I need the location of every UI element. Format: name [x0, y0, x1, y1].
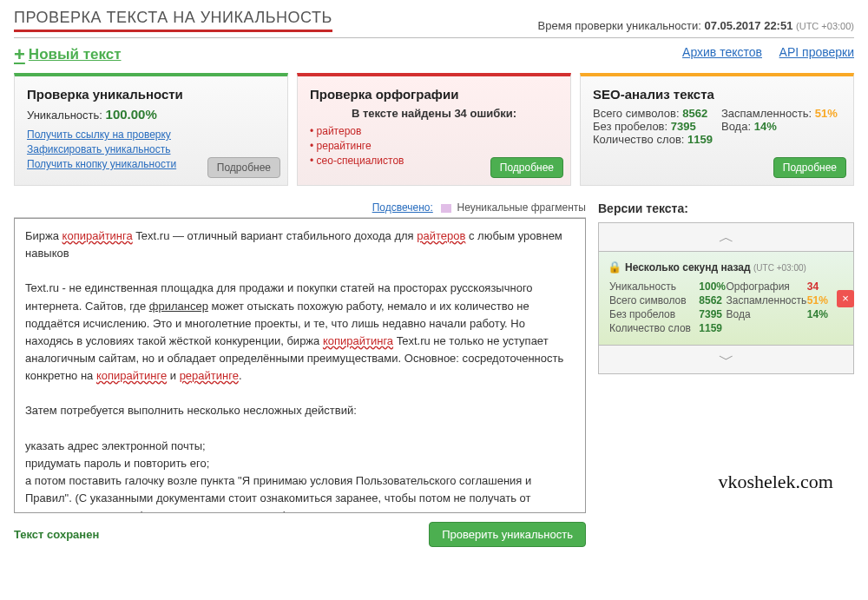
version-time: Несколько секунд назад (UTC +03:00) [625, 261, 806, 274]
panel-spellcheck-title: Проверка орфографии [310, 87, 558, 102]
version-stats: Уникальность 100% Орфография 34 Всего си… [609, 280, 843, 334]
error-item: • рерайтинге [310, 140, 558, 152]
panel-uniqueness: Проверка уникальности Уникальность: 100.… [14, 73, 288, 186]
summary-panels: Проверка уникальности Уникальность: 100.… [14, 73, 854, 186]
versions-down-button[interactable]: ﹀ [599, 346, 853, 373]
highlight-link[interactable]: Подсвечено: [372, 201, 433, 214]
spellcheck-summary: В тексте найдены 34 ошибки: [310, 107, 558, 120]
version-item[interactable]: 🔒 Несколько секунд назад (UTC +03:00) × … [599, 251, 853, 346]
check-uniqueness-button[interactable]: Проверить уникальность [429, 522, 586, 547]
lock-icon: 🔒 [608, 260, 621, 274]
versions-up-button[interactable]: ︿ [599, 223, 853, 251]
uniqueness-details-button[interactable]: Подробнее [207, 157, 280, 178]
fix-uniqueness-button[interactable]: Зафиксировать уникальность [27, 143, 275, 155]
header-bar: ПРОВЕРКА ТЕКСТА НА УНИКАЛЬНОСТЬ Время пр… [14, 9, 854, 38]
versions-title: Версии текста: [598, 201, 854, 215]
panel-seo-title: SEO-анализ текста [593, 87, 841, 102]
spellcheck-details-button[interactable]: Подробнее [490, 157, 563, 178]
panel-spellcheck: Проверка орфографии В тексте найдены 34 … [297, 73, 571, 186]
uniqueness-value-row: Уникальность: 100.00% [27, 107, 275, 122]
header-links: Архив текстов API проверки [668, 45, 854, 64]
highlight-swatch [441, 204, 451, 213]
error-item: • райтеров [310, 125, 558, 137]
editor-footer: Текст сохранен Проверить уникальность [14, 513, 586, 547]
archive-link[interactable]: Архив текстов [682, 45, 762, 59]
api-link[interactable]: API проверки [779, 45, 854, 59]
text-editor[interactable]: Биржа копирайтинга Text.ru — отличный ва… [14, 218, 586, 513]
check-time: Время проверки уникальности: 07.05.2017 … [538, 19, 854, 32]
panel-seo: SEO-анализ текста Всего символов: 8562 Б… [580, 73, 854, 186]
highlight-legend: Подсвечено: Неуникальные фрагменты [14, 201, 586, 218]
versions-box: ︿ 🔒 Несколько секунд назад (UTC +03:00) … [598, 222, 854, 374]
version-delete-button[interactable]: × [837, 290, 854, 307]
saved-status: Текст сохранен [14, 528, 99, 541]
page-title: ПРОВЕРКА ТЕКСТА НА УНИКАЛЬНОСТЬ [14, 9, 332, 32]
new-text-link[interactable]: + Новый текст [14, 45, 122, 64]
seo-details-button[interactable]: Подробнее [773, 157, 846, 178]
sub-bar: + Новый текст Архив текстов API проверки [14, 45, 854, 64]
highlight-label: Неуникальные фрагменты [457, 201, 586, 214]
plus-icon: + [14, 45, 25, 64]
panel-uniqueness-title: Проверка уникальности [27, 87, 275, 102]
get-link-button[interactable]: Получить ссылку на проверку [27, 129, 275, 141]
